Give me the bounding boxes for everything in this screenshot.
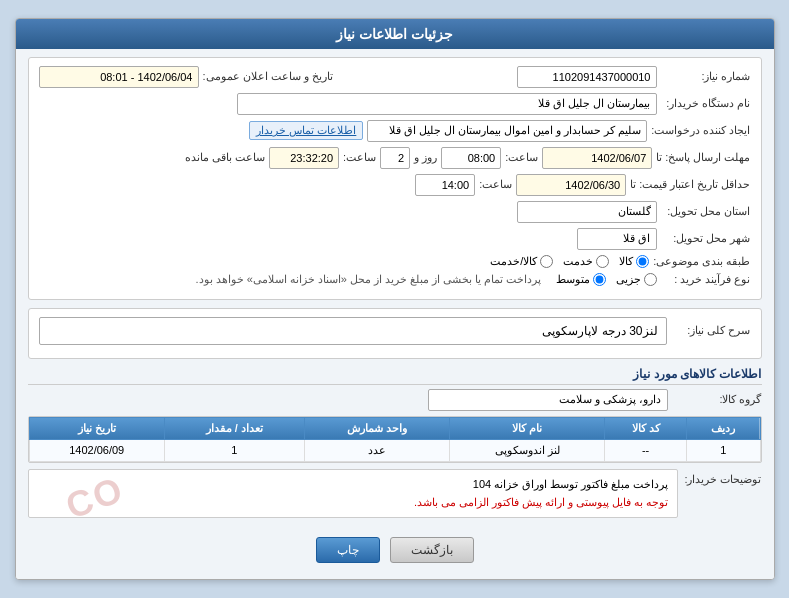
goods-table-container: ردیف کد کالا نام کالا واحد شمارش تعداد /… — [28, 416, 762, 463]
footer-buttons: بازگشت چاپ — [28, 529, 762, 571]
etal-section-title: اطلاعات کالاهای مورد نیاز — [28, 367, 762, 385]
nam-dastgah-input[interactable] — [237, 93, 657, 115]
table-row: 1--لنز اندوسکوپیعدد11402/06/09 — [29, 439, 760, 461]
notes-box: پرداخت مبلغ فاکتور توسط اوراق خزانه 104 … — [28, 469, 678, 518]
mohlat-ersal-label: مهلت ارسال پاسخ: تا — [656, 151, 750, 164]
tabaghe-kala-khedmat[interactable]: کالا/خدمت — [490, 255, 553, 268]
noe-farayand-radio-group: جزیی متوسط — [556, 273, 657, 286]
groh-input[interactable] — [428, 389, 668, 411]
tabaghe-label: طبقه بندی موضوعی: — [653, 255, 750, 268]
tarikh-saat-label: تاریخ و ساعت اعلان عمومی: — [203, 70, 333, 83]
mohlat-rooz-input[interactable] — [380, 147, 410, 169]
etelaat-tamas-link[interactable]: اطلاعات تماس خریدار — [249, 121, 363, 140]
haddaghal-label: حداقل تاریخ اعتبار قیمت: تا — [630, 178, 750, 191]
goods-table: ردیف کد کالا نام کالا واحد شمارش تعداد /… — [29, 417, 761, 462]
rooz-label: روز و — [414, 151, 437, 164]
nam-dastgah-label: نام دستگاه خریدار: — [661, 97, 751, 110]
farayand-motevaset[interactable]: متوسط — [556, 273, 606, 286]
farayand-note: پرداخت تمام یا بخشی از مبلغ خرید از محل … — [195, 273, 541, 286]
haddaghal-saat-input[interactable] — [415, 174, 475, 196]
col-kod: کد کالا — [605, 417, 687, 439]
mohlat-saat-input[interactable] — [441, 147, 501, 169]
ostan-label: استان محل تحویل: — [661, 205, 751, 218]
col-vahed: واحد شمارش — [304, 417, 449, 439]
groh-label: گروه کالا: — [672, 393, 762, 406]
farayand-jozi[interactable]: جزیی — [616, 273, 657, 286]
tabaghe-kala[interactable]: کالا — [619, 255, 649, 268]
ostan-input[interactable] — [517, 201, 657, 223]
notes-label: توضیحات خریدار: — [682, 469, 762, 486]
mohlat-saat2-input[interactable] — [269, 147, 339, 169]
ijad-konande-label: ایجاد کننده درخواست: — [651, 124, 750, 137]
baqi-mande-label: ساعت باقی مانده — [185, 151, 265, 164]
noe-farayand-label: نوع فرآیند خرید : — [661, 273, 751, 286]
col-tarikh: تاریخ نیاز — [29, 417, 164, 439]
ijad-konande-input[interactable] — [367, 120, 647, 142]
sarh-label: سرح کلی نیاز: — [671, 324, 751, 337]
sarh-value: لنز30 درجه لاپارسکوپی — [39, 317, 667, 345]
shahr-label: شهر محل تحویل: — [661, 232, 751, 245]
tarikh-saat-input[interactable] — [39, 66, 199, 88]
notes-line2: توجه به فایل پیوستی و ارائه پیش فاکتور ا… — [37, 494, 669, 512]
saat-label1: ساعت: — [505, 151, 538, 164]
shomare-niaz-label: شماره نیاز: — [661, 70, 751, 83]
saat-label2: ساعت: — [343, 151, 376, 164]
col-nam: نام کالا — [449, 417, 604, 439]
haddaghal-date[interactable] — [516, 174, 626, 196]
back-button[interactable]: بازگشت — [390, 537, 474, 563]
tabaghe-radio-group: کالا خدمت کالا/خدمت — [490, 255, 649, 268]
col-tedad: تعداد / مقدار — [164, 417, 304, 439]
notes-line1: پرداخت مبلغ فاکتور توسط اوراق خزانه 104 — [37, 476, 669, 494]
page-title: جزئیات اطلاعات نیاز — [336, 26, 453, 42]
page-header: جزئیات اطلاعات نیاز — [16, 19, 774, 49]
print-button[interactable]: چاپ — [316, 537, 380, 563]
mohlat-ersal-date[interactable] — [542, 147, 652, 169]
shomare-niaz-input[interactable] — [517, 66, 657, 88]
col-radif: ردیف — [686, 417, 760, 439]
haddaghal-saat-label: ساعت: — [479, 178, 512, 191]
tabaghe-khedmat[interactable]: خدمت — [563, 255, 609, 268]
shahr-input[interactable] — [577, 228, 657, 250]
